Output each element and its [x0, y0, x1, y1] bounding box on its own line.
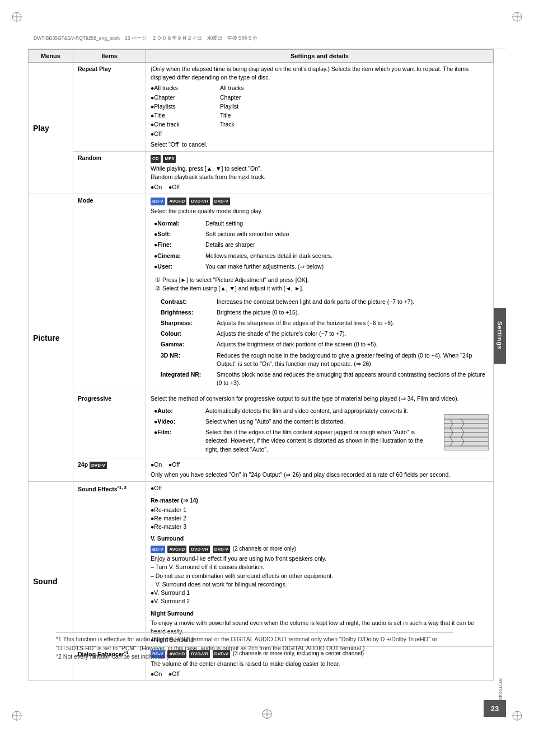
repeat-play-options: ●All tracksAll tracks ●ChapterChapter ●P… — [151, 84, 489, 138]
badge-bdv-vsurround: BD-V — [151, 546, 165, 553]
footnote-2: *2 Not every function can be set individ… — [56, 652, 453, 661]
menu-label-play: Play — [33, 124, 49, 133]
main-content: Menus Items Settings and details Play Re… — [28, 49, 494, 700]
badge-cd: CD — [151, 155, 161, 163]
header-text: DWT-BD35GT&GV-RQT9256_eng_book 23 ページ ２０… — [34, 35, 257, 42]
page-number-box: 23 — [484, 700, 506, 717]
details-sound-effects: ●Off Re-master (⇒ 14) ●Re-master 1 ●Re-m… — [146, 482, 494, 647]
details-mode: BD-V AVCHD DVD-VR DVD-V Select the pictu… — [146, 194, 494, 392]
item-label-progressive: Progressive — [78, 395, 111, 402]
settings-tab: Settings — [494, 308, 506, 364]
page-number: 23 — [491, 705, 499, 713]
bottom-crosshair — [261, 708, 273, 721]
badge-mp3: MP3 — [163, 155, 175, 163]
table-row: 24p DVD-V ●On ●Off Only when you have se… — [29, 458, 494, 481]
menu-play: Play — [29, 63, 73, 194]
film-illustration — [444, 414, 489, 450]
menu-picture: Picture — [29, 194, 73, 482]
details-24p: ●On ●Off Only when you have selected "On… — [146, 458, 494, 481]
col-header-items: Items — [73, 50, 146, 63]
item-sound-effects: Sound Effects*1, 2 — [73, 482, 146, 647]
details-progressive: Select the method of conversion for prog… — [146, 392, 494, 458]
menu-label-picture: Picture — [33, 334, 59, 342]
rqt-code: RQT9248 — [498, 678, 503, 700]
menu-label-sound: Sound — [33, 577, 58, 586]
corner-mark-br — [510, 709, 524, 722]
table-header-row: Menus Items Settings and details — [29, 50, 494, 63]
col-header-details: Settings and details — [146, 50, 494, 63]
col-header-menus: Menus — [29, 50, 73, 63]
repeat-play-note: Select "Off" to cancel. — [151, 140, 489, 149]
item-random: Random — [73, 151, 146, 194]
badge-dvdvr-vsurround: DVD-VR — [189, 546, 210, 553]
badge-avchd-vsurround: AVCHD — [167, 546, 186, 553]
badge-bdv: BD-V — [151, 198, 165, 205]
table-row: Picture Mode BD-V AVCHD DVD-VR DVD-V Sel… — [29, 194, 494, 392]
table-row: Play Repeat Play (Only when the elapsed … — [29, 63, 494, 152]
badge-dvdv-vsurround: DVD-V — [213, 546, 230, 553]
item-mode: Mode — [73, 194, 146, 392]
badge-dvdv: DVD-V — [213, 198, 230, 205]
corner-mark-tl — [10, 10, 24, 24]
details-repeat-play: (Only when the elapsed time is being dis… — [146, 63, 494, 152]
item-label-repeat-play: Repeat Play — [78, 65, 111, 72]
details-random: CD MP3 While playing, press [▲, ▼] to se… — [146, 151, 494, 194]
table-row: Sound Sound Effects*1, 2 ●Off Re-master … — [29, 482, 494, 647]
settings-table: Menus Items Settings and details Play Re… — [28, 49, 494, 681]
footnote-1: *1 This function is effective for audio … — [56, 635, 453, 652]
item-24p: 24p DVD-V — [73, 458, 146, 481]
item-label-mode: Mode — [78, 197, 93, 204]
table-row: Progressive Select the method of convers… — [29, 392, 494, 458]
item-label-24p: 24p — [78, 461, 90, 468]
page: DWT-BD35GT&GV-RQT9256_eng_book 23 ページ ２０… — [0, 0, 534, 756]
badge-avchd: AVCHD — [167, 198, 186, 205]
badge-dvdv-24p: DVD-V — [90, 462, 107, 469]
corner-mark-bl — [10, 709, 24, 722]
item-label-sound-effects: Sound Effects*1, 2 — [78, 486, 127, 492]
footnotes: *1 This function is effective for audio … — [56, 632, 453, 661]
badge-dvdvr: DVD-VR — [189, 198, 210, 205]
table-row: Random CD MP3 While playing, press [▲, ▼… — [29, 151, 494, 194]
item-repeat-play: Repeat Play — [73, 63, 146, 152]
item-progressive: Progressive — [73, 392, 146, 458]
item-label-random: Random — [78, 154, 101, 161]
repeat-play-intro: (Only when the elapsed time is being dis… — [151, 65, 489, 82]
corner-mark-tr — [510, 10, 524, 24]
page-header: DWT-BD35GT&GV-RQT9256_eng_book 23 ページ ２０… — [28, 28, 506, 49]
